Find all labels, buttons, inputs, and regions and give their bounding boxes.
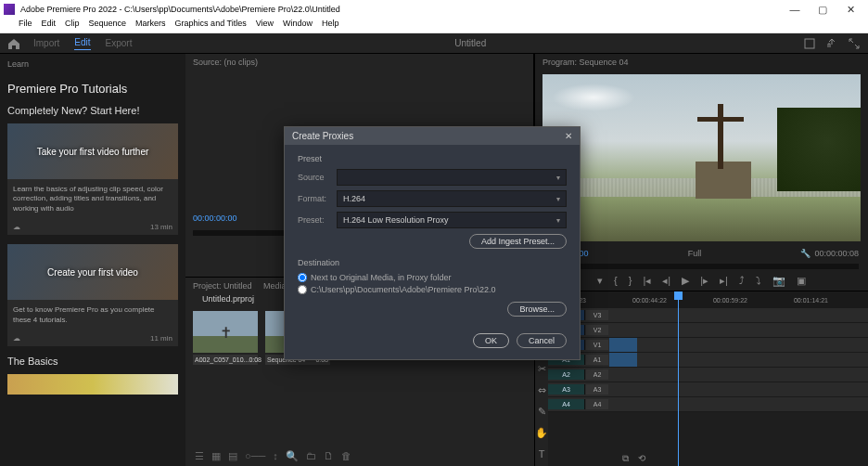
timeline-panel: ↖ ⇥ ⇆ ✂ ⇔ ✎ ✋ T 00:00:29:23 00:00:44:22 … <box>535 291 868 466</box>
menu-clip[interactable]: Clip <box>65 19 80 32</box>
add-ingest-preset-button[interactable]: Add Ingest Preset... <box>469 234 567 249</box>
play-icon[interactable]: ▶ <box>682 275 689 287</box>
app-icon <box>4 4 15 15</box>
source-timecode[interactable]: 00:00:00:00 <box>193 214 237 223</box>
mode-import[interactable]: Import <box>33 38 59 48</box>
hand-tool-icon[interactable]: ✋ <box>535 427 548 439</box>
new-item-icon[interactable]: 🗋 <box>324 450 334 462</box>
track-v1[interactable]: V1V1 <box>548 338 868 353</box>
program-monitor[interactable] <box>542 74 861 241</box>
tutorial-desc-1: Learn the basics of adjusting clip speed… <box>7 179 178 219</box>
ok-button[interactable]: OK <box>473 333 509 348</box>
out-icon[interactable]: } <box>629 275 632 287</box>
snap-icon[interactable]: ⧉ <box>622 453 629 464</box>
goto-out-icon[interactable]: ▸| <box>720 275 728 287</box>
menu-edit[interactable]: Edit <box>42 19 57 32</box>
learn-panel: Learn Premiere Pro Tutorials Completely … <box>0 54 185 466</box>
timeline-tracks[interactable]: 00:00:29:23 00:00:44:22 00:00:59:22 00:0… <box>548 291 868 466</box>
program-tab[interactable]: Program: Sequence 04 <box>535 54 868 71</box>
program-scrubber[interactable] <box>544 264 859 269</box>
format-dropdown[interactable]: H.264▾ <box>337 190 567 207</box>
share-icon[interactable] <box>825 37 838 50</box>
menu-view[interactable]: View <box>256 19 274 32</box>
maximize-button[interactable]: ▢ <box>809 4 836 16</box>
add-marker-icon[interactable]: ▾ <box>597 275 603 287</box>
home-icon[interactable] <box>7 38 20 49</box>
menu-window[interactable]: Window <box>283 19 313 32</box>
project-tab[interactable]: Project: Untitled <box>193 281 252 291</box>
export-frame-icon[interactable]: 📷 <box>772 275 785 287</box>
menu-markers[interactable]: Markers <box>135 19 166 32</box>
pen-tool-icon[interactable]: ✎ <box>538 406 546 418</box>
chevron-down-icon: ▾ <box>556 174 560 182</box>
dest-radio-path[interactable]: C:\Users\pp\Documents\Adobe\Premiere Pro… <box>298 285 567 294</box>
tutorial-card-1[interactable]: Take your first video further Learn the … <box>7 123 178 235</box>
timeline-clip[interactable] <box>609 338 637 352</box>
menu-bar: File Edit Clip Sequence Markers Graphics… <box>0 19 868 33</box>
zoom-slider[interactable]: ○── <box>245 450 265 462</box>
dialog-close-icon[interactable]: ✕ <box>565 131 572 141</box>
cancel-button[interactable]: Cancel <box>517 333 567 348</box>
compare-icon[interactable]: ▣ <box>797 275 806 287</box>
delete-icon[interactable]: 🗑 <box>341 450 351 462</box>
program-fit[interactable]: Full <box>688 249 702 258</box>
wrench-icon[interactable]: 🔧 <box>800 249 811 258</box>
tutorial-card-2[interactable]: Create your first video Get to know Prem… <box>7 244 178 346</box>
fullscreen-icon[interactable] <box>848 37 861 50</box>
learn-tab[interactable]: Learn <box>7 59 178 69</box>
tutorial-thumb-1: Take your first video further <box>7 123 178 179</box>
list-view-icon[interactable]: ☰ <box>195 450 204 462</box>
source-tab[interactable]: Source: (no clips) <box>185 54 533 71</box>
step-fwd-icon[interactable]: |▸ <box>700 275 708 287</box>
media-tab[interactable]: Media <box>263 281 287 291</box>
track-a4[interactable]: A4A4 <box>548 397 868 412</box>
track-a2[interactable]: A2A2 <box>548 368 868 382</box>
cloud-icon: ☁ <box>13 334 20 343</box>
type-tool-icon[interactable]: T <box>539 448 545 460</box>
menu-sequence[interactable]: Sequence <box>89 19 127 32</box>
icon-view-icon[interactable]: ▦ <box>211 450 221 462</box>
menu-help[interactable]: Help <box>322 19 339 32</box>
extract-icon[interactable]: ⤵ <box>756 275 761 287</box>
playhead[interactable] <box>678 291 679 466</box>
track-v3[interactable]: V3V3 <box>548 308 868 323</box>
track-a1[interactable]: A1A1 <box>548 353 868 368</box>
in-icon[interactable]: { <box>614 275 618 287</box>
track-a3[interactable]: A3A3 <box>548 382 868 397</box>
radio-input[interactable] <box>298 285 307 294</box>
dialog-section-preset: Preset <box>298 154 567 163</box>
ruler-tick: 00:01:14:21 <box>794 297 828 304</box>
project-view-icons: ☰ ▦ ▤ ○── ↕ 🔍 🗀 🗋 🗑 <box>195 450 351 462</box>
workspace-bar: Import Edit Export Untitled <box>0 33 868 54</box>
close-button[interactable]: ✕ <box>836 4 864 16</box>
step-back-icon[interactable]: ◂| <box>662 275 670 287</box>
mode-edit[interactable]: Edit <box>74 37 90 50</box>
freeform-view-icon[interactable]: ▤ <box>228 450 237 462</box>
tutorial-basics-thumb[interactable] <box>7 374 178 395</box>
dest-radio-original[interactable]: Next to Original Media, in Proxy folder <box>298 273 567 282</box>
preset-dropdown[interactable]: H.264 Low Resolution Proxy▾ <box>337 212 567 228</box>
mode-export[interactable]: Export <box>106 38 133 48</box>
new-bin-icon[interactable]: 🗀 <box>306 450 316 462</box>
goto-in-icon[interactable]: |◂ <box>643 275 651 287</box>
minimize-button[interactable]: — <box>781 4 809 15</box>
menu-file[interactable]: File <box>19 19 32 32</box>
quick-export-icon[interactable] <box>803 37 816 50</box>
razor-tool-icon[interactable]: ✂ <box>538 363 546 375</box>
slip-tool-icon[interactable]: ⇔ <box>538 384 546 396</box>
time-ruler[interactable]: 00:00:29:23 00:00:44:22 00:00:59:22 00:0… <box>548 291 868 308</box>
clip-dur-1: 0:08 <box>249 356 262 363</box>
track-v2[interactable]: V2V2 <box>548 323 868 338</box>
timeline-clip[interactable] <box>609 353 637 367</box>
clip-name-1: A002_C057_010... <box>195 356 249 363</box>
linked-sel-icon[interactable]: ⟲ <box>638 453 645 464</box>
radio-input[interactable] <box>298 273 307 282</box>
menu-graphics[interactable]: Graphics and Titles <box>175 19 247 32</box>
doc-name: Untitled <box>147 38 794 48</box>
window-title: Adobe Premiere Pro 2022 - C:\Users\pp\Do… <box>20 5 781 14</box>
browse-button[interactable]: Browse... <box>507 302 567 317</box>
sort-icon[interactable]: ↕ <box>273 450 278 462</box>
lift-icon[interactable]: ⤴ <box>739 275 745 287</box>
project-clip-1[interactable]: A002_C057_010...0:08 <box>193 311 258 365</box>
find-icon[interactable]: 🔍 <box>286 450 299 462</box>
